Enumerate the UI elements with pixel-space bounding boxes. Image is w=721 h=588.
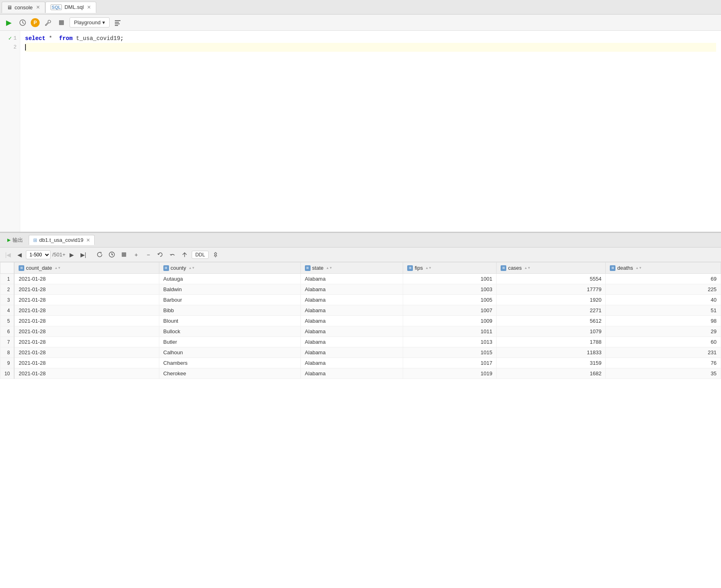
revert-button[interactable] — [155, 250, 166, 260]
delete-row-button[interactable]: − — [143, 250, 154, 260]
row-num-cell: 4 — [0, 305, 15, 316]
stop2-button[interactable] — [119, 250, 129, 260]
cell-fips: 1003 — [403, 284, 497, 295]
cell-county: Butler — [159, 337, 300, 347]
cell-county: Calhoun — [159, 347, 300, 358]
col-header-deaths[interactable]: ⊞ deaths ▲▼ — [606, 262, 721, 274]
cell-state: Alabama — [300, 274, 403, 284]
cell-county: Bullock — [159, 326, 300, 337]
page-size-select[interactable]: 1-500 1-100 — [26, 250, 51, 259]
table-row[interactable]: 10 2021-01-28 Cherokee Alabama 1019 1682… — [0, 368, 721, 379]
profile-button[interactable]: P — [31, 18, 40, 27]
prev-page-button[interactable]: ◀ — [15, 250, 24, 260]
sort-fips-icon[interactable]: ▲▼ — [425, 267, 432, 270]
col-icon-deaths: ⊞ — [610, 265, 615, 271]
output-tab-label: 输出 — [13, 237, 23, 244]
tab-console-close[interactable]: ✕ — [36, 4, 40, 10]
row-num-cell: 2 — [0, 284, 15, 295]
col-header-count-date[interactable]: ⊞ count_date ▲▼ — [14, 262, 159, 274]
output-tab[interactable]: ▶ 输出 — [3, 235, 27, 245]
cell-count-date: 2021-01-28 — [14, 274, 159, 284]
table-row[interactable]: 6 2021-01-28 Bullock Alabama 1011 1079 2… — [0, 326, 721, 337]
cell-cases: 17779 — [497, 284, 606, 295]
tab-dml-close[interactable]: ✕ — [87, 4, 91, 10]
tab-console-label: console — [15, 4, 33, 11]
undo-button[interactable] — [167, 250, 178, 260]
table-row[interactable]: 2 2021-01-28 Baldwin Alabama 1003 17779 … — [0, 284, 721, 295]
col-icon-state: ⊞ — [305, 265, 311, 271]
sort-cases-icon[interactable]: ▲▼ — [524, 267, 531, 270]
col-header-cases[interactable]: ⊞ cases ▲▼ — [497, 262, 606, 274]
data-table-wrapper: ⊞ count_date ▲▼ ⊞ county ▲▼ — [0, 262, 721, 588]
ddl-button[interactable]: DDL — [192, 251, 209, 259]
clock2-icon — [109, 252, 115, 258]
table-row[interactable]: 9 2021-01-28 Chambers Alabama 1017 3159 … — [0, 358, 721, 368]
cell-county: Chambers — [159, 358, 300, 368]
results-tabs: ▶ 输出 ⊞ db1.t_usa_covid19 ✕ — [0, 233, 721, 247]
data-table: ⊞ count_date ▲▼ ⊞ county ▲▼ — [0, 262, 721, 379]
tab-console[interactable]: 🖥 console ✕ — [2, 2, 45, 13]
cell-state: Alabama — [300, 305, 403, 316]
cell-count-date: 2021-01-28 — [14, 368, 159, 379]
row-num-cell: 6 — [0, 326, 15, 337]
stop-button[interactable] — [56, 17, 67, 28]
row-num-cell: 5 — [0, 316, 15, 326]
refresh-button[interactable] — [95, 250, 105, 260]
cell-fips: 1005 — [403, 295, 497, 305]
history-button[interactable] — [17, 17, 28, 28]
submit-button[interactable] — [180, 250, 190, 260]
table-row[interactable]: 4 2021-01-28 Bibb Alabama 1007 2271 51 — [0, 305, 721, 316]
cell-county: Bibb — [159, 305, 300, 316]
row-num-cell: 10 — [0, 368, 15, 379]
clock2-button[interactable] — [107, 250, 117, 260]
pin-button[interactable] — [210, 250, 221, 260]
sort-deaths-icon[interactable]: ▲▼ — [636, 267, 642, 270]
sort-count-date-icon[interactable]: ▲▼ — [55, 267, 61, 270]
cell-fips: 1011 — [403, 326, 497, 337]
cell-count-date: 2021-01-28 — [14, 295, 159, 305]
cell-deaths: 51 — [606, 305, 721, 316]
sort-county-icon[interactable]: ▲▼ — [188, 267, 195, 270]
col-icon-fips: ⊞ — [407, 265, 413, 271]
col-header-state[interactable]: ⊞ state ▲▼ — [300, 262, 403, 274]
svg-rect-4 — [115, 23, 120, 24]
table-row[interactable]: 8 2021-01-28 Calhoun Alabama 1015 11833 … — [0, 347, 721, 358]
data-tab-close[interactable]: ✕ — [86, 237, 90, 243]
undo-icon — [169, 252, 175, 258]
wrench-icon — [44, 19, 51, 26]
cell-count-date: 2021-01-28 — [14, 347, 159, 358]
refresh-icon — [97, 252, 103, 258]
cell-deaths: 40 — [606, 295, 721, 305]
data-tab[interactable]: ⊞ db1.t_usa_covid19 ✕ — [29, 235, 95, 245]
run-button[interactable]: ▶ — [3, 17, 15, 28]
table-row[interactable]: 1 2021-01-28 Autauga Alabama 1001 5554 6… — [0, 274, 721, 284]
cell-state: Alabama — [300, 368, 403, 379]
table-row[interactable]: 3 2021-01-28 Barbour Alabama 1005 1920 4… — [0, 295, 721, 305]
pagination-bar: |◀ ◀ 1-500 1-100 /501+ ▶ ▶| — [0, 247, 721, 262]
playground-dropdown[interactable]: Playground ▾ — [70, 17, 110, 27]
first-page-button[interactable]: |◀ — [3, 250, 13, 260]
add-row-button[interactable]: + — [131, 250, 142, 260]
cell-count-date: 2021-01-28 — [14, 358, 159, 368]
cell-county: Baldwin — [159, 284, 300, 295]
cell-cases: 3159 — [497, 358, 606, 368]
col-header-county[interactable]: ⊞ county ▲▼ — [159, 262, 300, 274]
cell-state: Alabama — [300, 337, 403, 347]
pin-icon — [213, 252, 218, 258]
next-page-button[interactable]: ▶ — [67, 250, 77, 260]
table-row[interactable]: 7 2021-01-28 Butler Alabama 1013 1788 60 — [0, 337, 721, 347]
cell-county: Barbour — [159, 295, 300, 305]
editor-content[interactable]: select * from t_usa_covid19; — [20, 31, 721, 232]
row-num-cell: 9 — [0, 358, 15, 368]
last-page-button[interactable]: ▶| — [78, 250, 88, 260]
col-header-fips[interactable]: ⊞ fips ▲▼ — [403, 262, 497, 274]
sort-state-icon[interactable]: ▲▼ — [326, 267, 332, 270]
data-tab-label: db1.t_usa_covid19 — [39, 237, 83, 243]
settings-button[interactable] — [42, 17, 53, 28]
cell-fips: 1015 — [403, 347, 497, 358]
table-row[interactable]: 5 2021-01-28 Blount Alabama 1009 5612 98 — [0, 316, 721, 326]
format-button[interactable] — [112, 17, 123, 28]
tab-dml[interactable]: SQL DML.sql ✕ — [45, 2, 96, 13]
cell-state: Alabama — [300, 347, 403, 358]
stop2-icon — [121, 252, 127, 257]
